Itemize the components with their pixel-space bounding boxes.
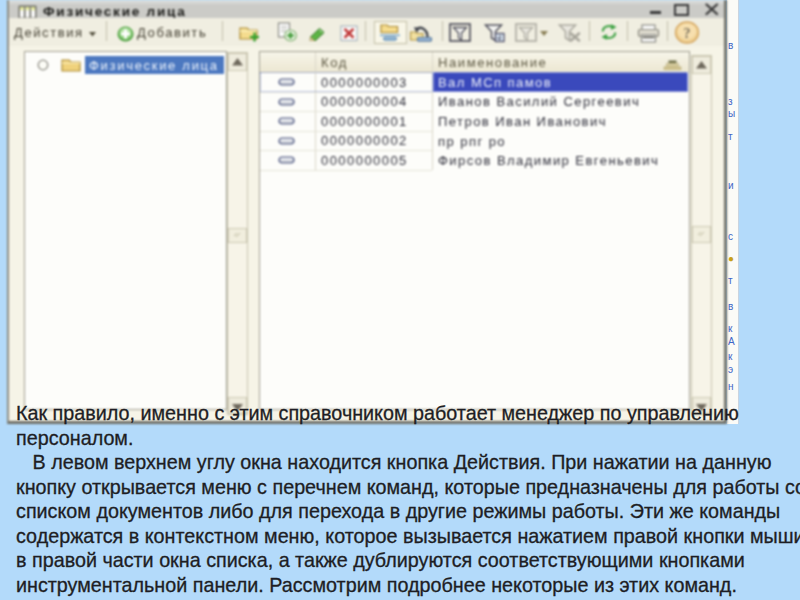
svg-text:?: ? (684, 26, 691, 41)
